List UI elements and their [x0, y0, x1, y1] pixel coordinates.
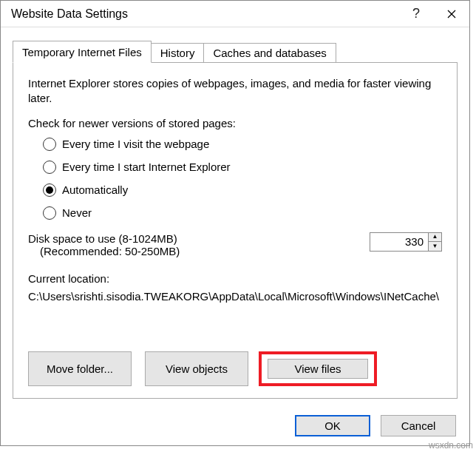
location-path: C:\Users\srishti.sisodia.TWEAKORG\AppDat…: [28, 289, 442, 304]
tab-label: Caches and databases: [213, 47, 326, 59]
view-files-highlight: View files: [259, 351, 377, 386]
radio-icon: [43, 206, 56, 220]
disk-space-input[interactable]: [370, 233, 428, 251]
radio-group: Every time I visit the webpage Every tim…: [43, 135, 442, 222]
dialog-title: Website Data Settings: [11, 7, 398, 21]
radio-every-visit[interactable]: Every time I visit the webpage: [43, 135, 442, 153]
radio-label: Automatically: [62, 183, 128, 196]
tab-caches[interactable]: Caches and databases: [203, 43, 336, 62]
tab-label: History: [160, 47, 195, 59]
close-icon: [447, 10, 456, 18]
close-button[interactable]: [434, 1, 469, 27]
view-files-button[interactable]: View files: [268, 359, 368, 379]
titlebar: Website Data Settings ?: [1, 1, 469, 27]
tab-temporary-files[interactable]: Temporary Internet Files: [13, 41, 152, 63]
disk-label-block: Disk space to use (8-1024MB) (Recommende…: [28, 232, 370, 257]
ok-button[interactable]: OK: [295, 415, 370, 436]
spin-down-button[interactable]: ▼: [429, 242, 441, 251]
radio-label: Never: [62, 206, 92, 219]
tab-strip: Temporary Internet Files History Caches …: [13, 39, 458, 63]
disk-space-spinner[interactable]: ▲ ▼: [370, 232, 442, 252]
cancel-button[interactable]: Cancel: [381, 415, 456, 436]
dialog-window: Website Data Settings ? Temporary Intern…: [0, 0, 470, 446]
radio-automatically[interactable]: Automatically: [43, 181, 442, 199]
dialog-footer: OK Cancel: [295, 415, 456, 436]
radio-label: Every time I visit the webpage: [62, 138, 209, 150]
tab-history[interactable]: History: [151, 43, 205, 62]
help-button[interactable]: ?: [398, 1, 434, 27]
disk-label: Disk space to use (8-1024MB): [28, 232, 370, 245]
radio-icon: [43, 183, 56, 197]
tab-content: Internet Explorer stores copies of webpa…: [13, 63, 458, 399]
action-button-row: Move folder... View objects View files: [28, 351, 377, 386]
check-newer-label: Check for newer versions of stored pages…: [28, 117, 442, 129]
tab-label: Temporary Internet Files: [22, 46, 142, 58]
spin-up-button[interactable]: ▲: [429, 233, 441, 243]
radio-never[interactable]: Never: [43, 204, 442, 222]
spin-buttons: ▲ ▼: [428, 233, 441, 251]
disk-recommended: (Recommended: 50-250MB): [40, 245, 370, 257]
watermark-text: wsxdn.com: [429, 440, 473, 451]
radio-icon: [43, 161, 56, 174]
radio-every-start[interactable]: Every time I start Internet Explorer: [43, 158, 442, 176]
description-text: Internet Explorer stores copies of webpa…: [28, 76, 442, 107]
location-label: Current location:: [28, 272, 442, 285]
view-objects-button[interactable]: View objects: [145, 351, 248, 386]
radio-label: Every time I start Internet Explorer: [62, 161, 231, 173]
move-folder-button[interactable]: Move folder...: [28, 351, 132, 386]
radio-icon: [43, 138, 56, 151]
disk-space-row: Disk space to use (8-1024MB) (Recommende…: [28, 232, 442, 257]
